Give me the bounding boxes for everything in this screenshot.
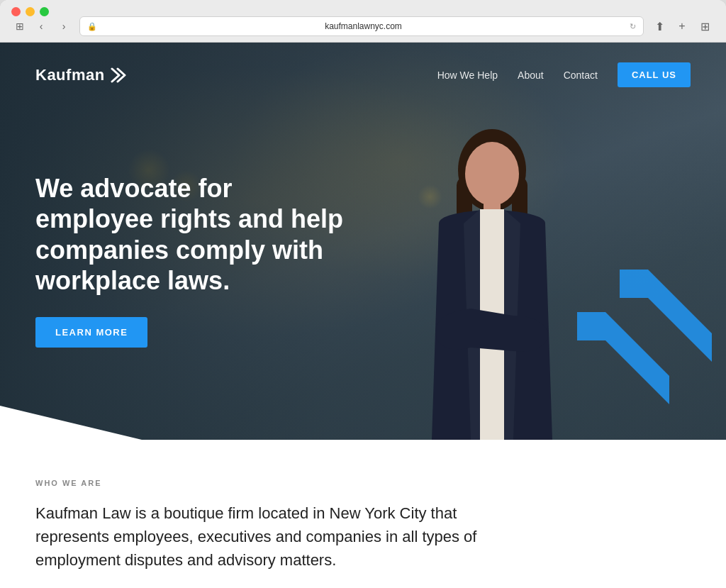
nav-how-we-help[interactable]: How We Help bbox=[437, 70, 498, 81]
website-content: Kaufman How We Help About Contact CALL U… bbox=[0, 43, 726, 588]
forward-button[interactable]: › bbox=[54, 16, 74, 36]
browser-toolbar: ⊞ ‹ › 🔒 kaufmanlawnyc.com ↻ ⬆ + ⊞ bbox=[11, 16, 715, 42]
hero-nav: Kaufman How We Help About Contact CALL U… bbox=[0, 43, 726, 101]
blue-chevrons-decoration bbox=[577, 255, 712, 411]
site-logo[interactable]: Kaufman bbox=[35, 66, 130, 84]
hero-section: Kaufman How We Help About Contact CALL U… bbox=[0, 43, 726, 440]
toolbar-actions: ⬆ + ⊞ bbox=[649, 16, 715, 36]
back-button[interactable]: ‹ bbox=[31, 16, 51, 36]
who-we-are-label: WHO WE ARE bbox=[35, 479, 691, 487]
call-us-button[interactable]: CALL US bbox=[618, 62, 691, 87]
hero-person-image bbox=[414, 113, 570, 440]
browser-chrome: ⊞ ‹ › 🔒 kaufmanlawnyc.com ↻ ⬆ + ⊞ bbox=[0, 0, 726, 43]
share-button[interactable]: ⬆ bbox=[649, 16, 669, 36]
nav-contact[interactable]: Contact bbox=[564, 70, 598, 81]
address-bar[interactable]: 🔒 kaufmanlawnyc.com ↻ bbox=[79, 16, 644, 36]
traffic-light-red[interactable] bbox=[11, 7, 21, 16]
browser-window: ⊞ ‹ › 🔒 kaufmanlawnyc.com ↻ ⬆ + ⊞ bbox=[0, 0, 726, 588]
refresh-icon: ↻ bbox=[630, 22, 636, 31]
learn-more-button[interactable]: LEARN MORE bbox=[35, 317, 147, 348]
svg-point-5 bbox=[465, 142, 519, 206]
nav-buttons: ⊞ ‹ › bbox=[11, 16, 74, 36]
traffic-light-green[interactable] bbox=[40, 7, 49, 16]
about-section: WHO WE ARE Kaufman Law is a boutique fir… bbox=[0, 440, 726, 588]
logo-chevron-icon bbox=[111, 67, 130, 83]
nav-about[interactable]: About bbox=[518, 70, 544, 81]
nav-links: How We Help About Contact CALL US bbox=[437, 62, 691, 87]
window-sidebar-btn[interactable]: ⊞ bbox=[11, 18, 28, 35]
new-tab-button[interactable]: + bbox=[672, 16, 692, 36]
logo-text: Kaufman bbox=[35, 66, 105, 84]
lock-icon: 🔒 bbox=[87, 22, 97, 31]
svg-marker-1 bbox=[577, 312, 669, 404]
about-body-text: Kaufman Law is a boutique firm located i… bbox=[35, 501, 518, 572]
hero-headline: We advocate for employee rights and help… bbox=[35, 173, 354, 296]
url-text: kaufmanlawnyc.com bbox=[101, 21, 625, 31]
grid-button[interactable]: ⊞ bbox=[695, 16, 715, 36]
hero-content: We advocate for employee rights and help… bbox=[35, 173, 354, 348]
traffic-light-yellow[interactable] bbox=[26, 7, 35, 16]
